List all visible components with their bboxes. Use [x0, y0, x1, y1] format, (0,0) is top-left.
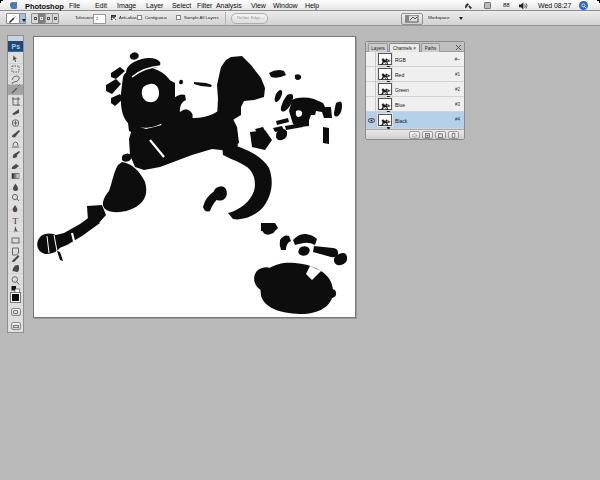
svg-text:Ps: Ps	[12, 43, 21, 50]
svg-text:T: T	[13, 216, 19, 226]
